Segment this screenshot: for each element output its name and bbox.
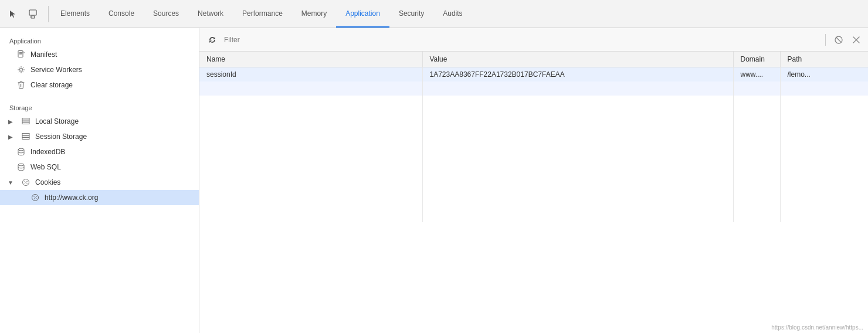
cookies-url-label: http://www.ck.org [45,193,98,202]
service-workers-label: Service Workers [30,66,82,74]
cookies-label: Cookies [35,178,60,186]
local-storage-icon [21,117,30,126]
table-row[interactable]: sessionId 1A723AA8367FF22A1732B017BC7FAE… [199,67,868,82]
col-header-value: Value [422,52,733,67]
filter-input[interactable] [224,32,819,47]
sidebar-item-local-storage[interactable]: ▶ Local Storage [0,114,199,129]
svg-point-21 [25,183,25,184]
svg-point-17 [18,164,24,166]
cell-name: sessionId [199,67,422,82]
cell-domain: www.... [733,67,780,82]
sidebar-item-cookies[interactable]: ▼ Cookies [0,175,199,190]
indexeddb-icon [16,147,26,157]
sidebar-item-service-workers[interactable]: Service Workers [0,62,199,77]
toolbar-icons-group [5,6,49,22]
device-tool-button[interactable] [25,6,41,22]
svg-line-31 [836,37,842,42]
tab-network[interactable]: Network [188,0,233,28]
svg-point-22 [26,183,27,184]
svg-rect-14 [22,135,29,137]
filter-bar [199,28,868,52]
filter-clear-button[interactable] [849,33,863,47]
svg-rect-0 [29,10,36,15]
refresh-button[interactable] [204,32,221,48]
table-row-empty-selected[interactable] [199,81,868,96]
indexeddb-label: IndexedDB [30,148,65,156]
arrow-down-icon: ▼ [7,179,14,186]
svg-point-26 [36,196,36,197]
table-row-empty-3 [199,124,868,138]
sidebar-item-web-sql[interactable]: Web SQL [0,159,199,175]
table-header-row: Name Value Domain Path [199,52,868,67]
col-header-path: Path [780,52,868,67]
local-storage-label: Local Storage [35,117,79,125]
devtools-toolbar: Elements Console Sources Network Perform… [0,0,868,28]
sidebar-item-session-storage[interactable]: ▶ Session Storage [0,129,199,144]
table-row-empty-1 [199,96,868,110]
sidebar: Application Manifest Service Workers Cle… [0,28,199,333]
col-header-name: Name [199,52,422,67]
session-storage-label: Session Storage [35,132,87,141]
cursor-tool-button[interactable] [5,6,21,22]
table-row-empty-2 [199,110,868,124]
tab-performance[interactable]: Performance [233,0,292,28]
watermark: https://blog.csdn.net/anniew/https... [771,324,863,331]
devtools-nav: Elements Console Sources Network Perform… [51,0,472,28]
svg-point-20 [26,181,27,182]
svg-point-16 [18,148,24,151]
svg-point-7 [20,69,23,72]
svg-rect-12 [22,123,29,124]
document-icon [16,50,26,59]
tab-security[interactable]: Security [389,0,433,28]
tab-memory[interactable]: Memory [292,0,336,28]
websql-icon [16,162,26,172]
table-row-empty-4 [199,138,868,152]
svg-rect-10 [22,118,29,120]
table-row-empty-8 [199,194,868,208]
cell-path: /lemo... [780,67,868,82]
svg-point-27 [34,198,35,199]
tab-console[interactable]: Console [99,0,144,28]
cookie-child-icon [30,193,40,202]
sidebar-item-manifest[interactable]: Manifest [0,47,199,62]
tab-application[interactable]: Application [336,0,389,28]
gear-icon [16,65,26,74]
filter-block-button[interactable] [832,33,846,47]
filter-separator [825,34,826,46]
svg-point-28 [36,198,36,199]
cookies-table-container: Name Value Domain Path sessionId 1A723AA… [199,52,868,333]
tab-audits[interactable]: Audits [433,0,472,28]
sidebar-item-indexeddb[interactable]: IndexedDB [0,144,199,159]
cookie-icon [21,178,30,187]
main-layout: Application Manifest Service Workers Cle… [0,28,868,333]
table-row-empty-9 [199,208,868,222]
arrow-right-icon: ▶ [7,118,14,125]
storage-section-label: Storage [0,100,199,114]
trash-icon [16,80,26,90]
table-row-empty-5 [199,152,868,166]
sidebar-item-clear-storage[interactable]: Clear storage [0,77,199,93]
svg-rect-3 [18,51,23,57]
manifest-label: Manifest [30,50,57,59]
content-area: Name Value Domain Path sessionId 1A723AA… [199,28,868,333]
tab-elements[interactable]: Elements [51,0,99,28]
svg-rect-13 [22,134,29,135]
svg-point-29 [35,197,35,198]
session-storage-icon [21,132,30,141]
tab-sources[interactable]: Sources [144,0,188,28]
svg-point-25 [33,196,34,196]
svg-rect-15 [22,138,29,140]
table-row-empty-6 [199,166,868,180]
svg-rect-11 [22,120,29,122]
cell-value: 1A723AA8367FF22A1732B017BC7FAEAA [422,67,733,82]
cookies-table: Name Value Domain Path sessionId 1A723AA… [199,52,868,222]
clear-storage-label: Clear storage [30,81,73,89]
web-sql-label: Web SQL [30,163,61,171]
sidebar-item-cookies-url[interactable]: http://www.ck.org [0,190,199,205]
table-row-empty-7 [199,180,868,194]
svg-rect-1 [31,16,35,18]
svg-point-23 [25,182,26,182]
svg-point-19 [24,181,25,181]
col-header-domain: Domain [733,52,780,67]
arrow-right-icon-2: ▶ [7,133,14,140]
